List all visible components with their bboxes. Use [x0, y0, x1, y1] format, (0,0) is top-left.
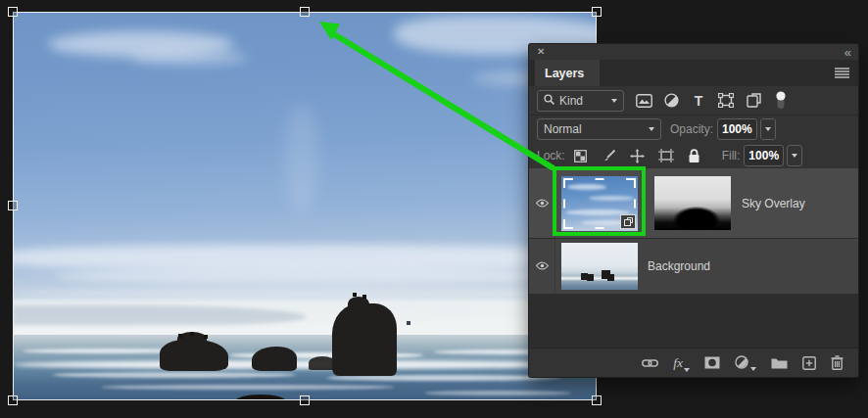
lock-icons: [572, 147, 703, 164]
photo-cloud: [130, 51, 248, 65]
layers-panel: ✕ « Layers Kind T: [529, 44, 858, 377]
photo-rock: [177, 332, 207, 346]
transform-handle-bottom-left[interactable]: [8, 395, 18, 405]
layer-styles-icon[interactable]: fx: [673, 355, 690, 371]
photo-rock: [252, 347, 297, 371]
photo-foam: [424, 391, 571, 395]
add-layer-mask-icon[interactable]: [704, 356, 720, 369]
panel-header: ✕ «: [529, 44, 858, 60]
transform-handle-top-right[interactable]: [592, 7, 602, 17]
tab-layers[interactable]: Layers: [535, 60, 600, 86]
new-adjustment-layer-icon[interactable]: [735, 355, 756, 370]
new-group-icon[interactable]: [771, 356, 788, 369]
filter-row: Kind T: [529, 86, 858, 116]
filter-kind-label: Kind: [559, 94, 583, 108]
canvas-photo: [13, 12, 597, 400]
lock-artboard-icon[interactable]: [657, 147, 675, 164]
photo-foam: [52, 372, 297, 378]
chevron-down-icon: [649, 127, 654, 131]
photo-cloud-band: [52, 268, 561, 284]
thumb-transform-corner: [626, 178, 636, 188]
link-layers-icon[interactable]: [642, 357, 658, 369]
filter-shape-layers-icon[interactable]: [717, 92, 735, 110]
photo-rock: [348, 297, 369, 310]
photo-cloud-band: [13, 288, 597, 300]
thumb-transform-corner: [563, 178, 573, 188]
blend-mode-value: Normal: [544, 122, 582, 136]
thumb-transform-corner: [563, 219, 573, 229]
layer-mask-thumbnail-sky-overlay[interactable]: [654, 176, 731, 230]
fill-dropdown-button[interactable]: [787, 145, 802, 166]
blend-mode-dropdown[interactable]: Normal: [537, 118, 661, 140]
opacity-dropdown-button[interactable]: [760, 118, 776, 140]
collapse-panel-icon[interactable]: «: [844, 46, 850, 59]
thumb-transform-tick: [596, 227, 604, 229]
lock-image-pixels-icon[interactable]: [601, 147, 618, 164]
close-icon[interactable]: ✕: [537, 47, 545, 57]
photo-rock: [332, 303, 397, 376]
layer-thumbnail-sky-overlay[interactable]: [561, 176, 638, 231]
lock-row: Lock: Fill: 100%: [529, 143, 858, 168]
visibility-toggle[interactable]: [529, 168, 555, 238]
filter-kind-dropdown[interactable]: Kind: [537, 90, 624, 112]
panel-tab-row: Layers: [529, 60, 858, 86]
chevron-down-icon: [611, 99, 617, 103]
panel-bottom-bar: fx: [529, 348, 858, 377]
new-layer-icon[interactable]: [802, 356, 816, 370]
transform-handle-bottom-right[interactable]: [592, 395, 602, 405]
fill-label: Fill:: [722, 149, 741, 163]
layer-name[interactable]: Background: [648, 259, 710, 273]
lock-transparent-pixels-icon[interactable]: [572, 147, 590, 164]
layer-row-sky-overlay[interactable]: Sky Overlay: [529, 168, 858, 238]
filter-adjustment-layers-icon[interactable]: [662, 92, 680, 110]
photo-foam: [13, 360, 597, 369]
filter-pixel-layers-icon[interactable]: [635, 92, 652, 110]
photo-foam: [101, 385, 395, 390]
thumb-rocks: [561, 243, 564, 246]
delete-layer-icon[interactable]: [831, 355, 844, 370]
smart-object-badge-icon: [620, 214, 636, 229]
thumb-transform-tick: [563, 199, 565, 208]
filter-type-layers-icon[interactable]: T: [690, 92, 707, 110]
photo-cloud: [285, 105, 318, 212]
thumb-transform-tick: [596, 178, 604, 180]
eye-icon: [536, 197, 549, 210]
layer-name[interactable]: Sky Overlay: [742, 197, 805, 210]
opacity-label: Opacity:: [670, 122, 713, 136]
lock-position-icon[interactable]: [629, 147, 647, 164]
thumb-transform-tick: [634, 199, 636, 208]
photo-cloud-band: [13, 245, 597, 270]
blend-row: Normal Opacity: 100%: [529, 116, 858, 143]
filter-toggle-icon[interactable]: [772, 92, 790, 110]
layers-list: Sky Overlay Background: [529, 168, 858, 348]
filter-type-icons: T: [635, 92, 790, 110]
transform-handle-middle-left[interactable]: [8, 201, 18, 210]
transform-handle-top-center[interactable]: [300, 7, 310, 17]
layer-row-background[interactable]: Background: [529, 238, 858, 294]
eye-icon: [536, 259, 549, 273]
search-icon: [544, 94, 555, 108]
lock-all-icon[interactable]: [686, 147, 703, 164]
lock-label: Lock:: [537, 149, 565, 163]
fill-value-field[interactable]: 100%: [744, 145, 784, 166]
opacity-value-field[interactable]: 100%: [717, 118, 757, 140]
transform-handle-top-left[interactable]: [8, 7, 18, 17]
panel-menu-icon[interactable]: [835, 68, 849, 81]
layer-thumbnail-background[interactable]: [561, 243, 638, 290]
photo-rock: [309, 356, 336, 370]
filter-smart-objects-icon[interactable]: [745, 92, 762, 110]
visibility-toggle[interactable]: [529, 239, 555, 294]
transform-handle-bottom-center[interactable]: [300, 395, 310, 405]
